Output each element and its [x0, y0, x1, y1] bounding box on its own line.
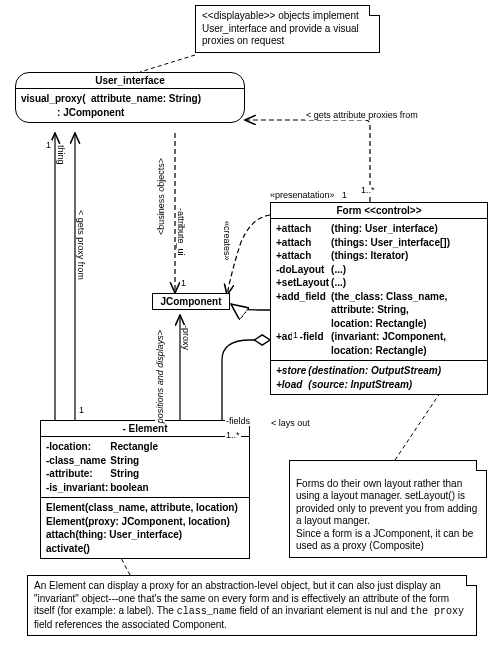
note-element: An Element can display a proxy for an ab… [27, 575, 477, 636]
label-fields: -fields [225, 416, 251, 426]
multiplicity: 1 [342, 190, 347, 200]
op-row: +store(destination: OutputStream) [276, 364, 443, 378]
label-one-agg: 1 [292, 330, 299, 340]
note-displayable: <<displayable>> objects implement User_i… [195, 5, 380, 53]
label-thing: thing [56, 145, 66, 165]
label-one-c: 1 [180, 278, 187, 288]
note-text: <<displayable>> objects implement User_i… [202, 10, 359, 46]
op-row: Element(class_name, attribute, location) [46, 501, 244, 515]
label-one-b: 1 [78, 405, 85, 415]
class-title: - Element [41, 421, 249, 437]
ops: +attach(thing: User_interface)+attach(th… [271, 219, 487, 361]
label-gets-proxy: < gets proxy from [76, 210, 86, 280]
op-row: location: Rectangle) [276, 344, 452, 358]
op-row: +add_field(the_class: Class_name, [276, 290, 452, 304]
attr-row: -is_invariant:boolean [46, 481, 160, 495]
attr-row: -class_nameString [46, 454, 160, 468]
class-title: User_interface [16, 73, 244, 89]
label-business: <business objects> [156, 158, 166, 235]
label-positions: positions and displays> [155, 330, 165, 423]
class-title: JComponent [153, 294, 229, 309]
op-row: +setLayout(...) [276, 276, 452, 290]
label-gets-attr-mult: 1..* [360, 185, 376, 195]
op-row: activate() [46, 542, 244, 556]
attrs: -location:Rectangle-class_nameString-att… [41, 437, 249, 498]
label-creates: «creates» [222, 221, 232, 261]
op-row: +attach(things: Iterator) [276, 249, 452, 263]
ops: Element(class_name, attribute, location)… [41, 498, 249, 558]
op-row: attribute: String, [276, 303, 452, 317]
form-header-row: «presenatation» 1 [270, 190, 347, 200]
label-fields-mult: 1..* [225, 430, 241, 440]
op-row: +attach(things: User_interface[]) [276, 236, 452, 250]
label-laysout: < lays out [270, 418, 311, 428]
op-row: location: Rectangle) [276, 317, 452, 331]
op-row: -doLayout(...) [276, 263, 452, 277]
label-gets-attr: < gets attribute proxies from [305, 110, 419, 120]
label-proxy: -proxy [181, 325, 191, 350]
op-row: +attach(thing: User_interface) [276, 222, 452, 236]
op-row: attach(thing: User_interface) [46, 528, 244, 542]
label-attribute-ui: -attribute_ui [176, 208, 186, 256]
op-row: +add-field(invariant: JComponent, [276, 330, 452, 344]
attr-row: -location:Rectangle [46, 440, 160, 454]
class-jcomponent: JComponent [152, 293, 230, 310]
op-row: +load (source: InputStream) [276, 378, 443, 392]
note-form-layout: Forms do their own layout rather than us… [289, 460, 487, 558]
op: visual_proxy( attribute_name: String) : … [16, 89, 244, 122]
class-user-interface: User_interface visual_proxy( attribute_n… [15, 72, 245, 123]
stereotype: «presenatation» [270, 190, 335, 200]
class-title: Form <<control>> [271, 203, 487, 219]
class-form: Form <<control>> +attach(thing: User_int… [270, 202, 488, 395]
note-text: Forms do their own layout rather than us… [296, 478, 477, 552]
attr-row: -attribute:String [46, 467, 160, 481]
label-one-a: 1 [45, 140, 52, 150]
ops2: +store(destination: OutputStream)+load (… [271, 361, 487, 394]
op-row: Element(proxy: JComponent, location) [46, 515, 244, 529]
class-element: - Element -location:Rectangle-class_name… [40, 420, 250, 559]
